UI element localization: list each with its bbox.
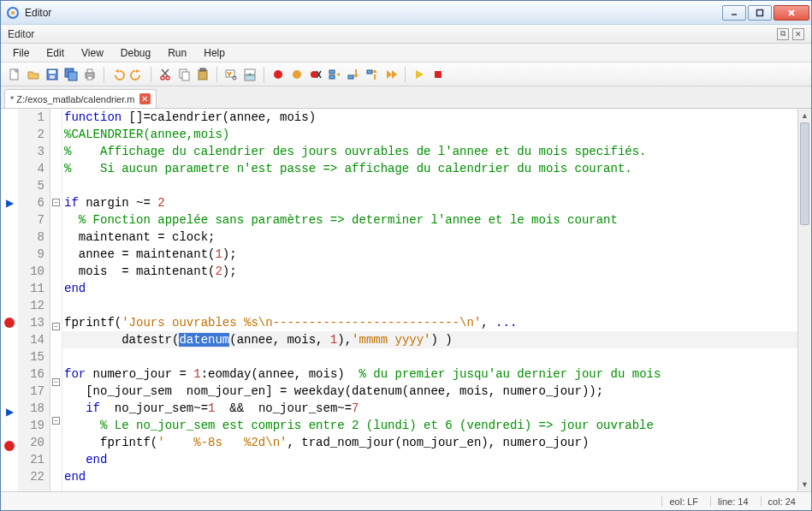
scroll-thumb[interactable] <box>800 122 809 225</box>
find-icon[interactable] <box>222 66 240 83</box>
svg-marker-40 <box>353 74 359 78</box>
close-button[interactable] <box>773 5 809 21</box>
paste-icon[interactable] <box>194 66 211 83</box>
redo-icon[interactable] <box>128 66 145 83</box>
breakpoint-gutter[interactable]: ▶▶ <box>1 109 18 491</box>
code-line[interactable]: [no_jour_sem nom_jour_en] = weekday(date… <box>62 383 797 400</box>
step-in-icon[interactable] <box>345 66 362 83</box>
line-number: 21 <box>18 451 44 468</box>
code-line[interactable]: % Le no_jour_sem est compris entre 2 (lu… <box>62 417 797 434</box>
svg-line-20 <box>163 69 169 76</box>
window-title: Editor <box>25 7 722 19</box>
svg-rect-25 <box>200 68 205 71</box>
svg-rect-37 <box>329 75 335 79</box>
panel-close-icon[interactable]: ✕ <box>792 28 804 40</box>
continue-icon[interactable] <box>382 66 400 83</box>
code-line[interactable]: function []=calendrier(annee, mois) <box>62 109 797 126</box>
svg-marker-45 <box>416 70 424 79</box>
fold-toggle-icon[interactable]: − <box>52 417 60 425</box>
code-line[interactable]: mois = maintenant(2); <box>62 263 797 280</box>
step-icon[interactable] <box>326 66 343 83</box>
separator <box>104 67 104 82</box>
save-all-icon[interactable] <box>62 66 80 83</box>
line-number: 5 <box>18 177 44 194</box>
svg-point-32 <box>293 70 301 79</box>
code-line[interactable]: fprintf(' %-8s %2d\n', trad_nom_jour(nom… <box>62 434 797 451</box>
editor-area: ▶▶ 12345678910111213141516171819202122 −… <box>1 109 811 491</box>
replace-icon[interactable] <box>241 66 258 83</box>
print-icon[interactable] <box>81 66 98 83</box>
open-file-icon[interactable] <box>25 66 42 83</box>
svg-marker-17 <box>136 69 140 73</box>
code-line[interactable]: fprintf('Jours ouvrables %s\n-----------… <box>62 314 797 331</box>
code-line[interactable]: if no_jour_sem~=1 && no_jour_sem~=7 <box>62 400 797 417</box>
save-icon[interactable] <box>44 66 61 83</box>
separator <box>151 67 151 82</box>
app-icon <box>6 6 20 20</box>
breakpoint-cond-icon[interactable] <box>288 66 305 83</box>
scroll-up-icon[interactable]: ▲ <box>798 109 811 122</box>
code-line[interactable] <box>62 177 797 194</box>
breakpoint-clear-icon[interactable] <box>307 66 324 83</box>
code-line[interactable]: annee = maintenant(1); <box>62 246 797 263</box>
copy-icon[interactable] <box>175 66 193 83</box>
code-line[interactable]: datestr(datenum(annee, mois, 1),'mmmm yy… <box>62 331 797 348</box>
fold-toggle-icon[interactable]: − <box>52 199 60 206</box>
code-area[interactable]: function []=calendrier(annee, mois)%CALE… <box>62 109 797 491</box>
code-line[interactable] <box>62 348 797 365</box>
window-titlebar[interactable]: Editor <box>1 1 811 25</box>
svg-rect-15 <box>87 76 92 80</box>
fold-gutter[interactable]: −−−− <box>50 109 62 491</box>
code-line[interactable]: % Si aucun parametre n'est passe => affi… <box>62 160 797 177</box>
line-number: 3 <box>18 143 44 160</box>
code-line[interactable]: end <box>62 451 797 468</box>
minimize-button[interactable] <box>722 5 746 21</box>
menu-debug[interactable]: Debug <box>114 45 157 61</box>
file-tab[interactable]: * Z:/exos_matlab/calendrier.m ✕ <box>4 89 157 108</box>
code-line[interactable]: for numero_jour = 1:eomday(annee, mois) … <box>62 365 797 383</box>
toolbar <box>1 62 811 86</box>
menu-file[interactable]: File <box>6 45 36 61</box>
breakpoint-toggle-icon[interactable] <box>270 66 287 83</box>
line-number: 6 <box>18 194 44 211</box>
vertical-scrollbar[interactable]: ▲ ▼ <box>797 109 811 491</box>
menu-help[interactable]: Help <box>197 45 232 61</box>
scroll-down-icon[interactable]: ▼ <box>798 478 811 491</box>
current-line-arrow-icon: ▶ <box>1 403 18 420</box>
fold-toggle-icon[interactable]: − <box>52 323 60 330</box>
code-line[interactable] <box>62 297 797 314</box>
cut-icon[interactable] <box>157 66 174 83</box>
tab-close-icon[interactable]: ✕ <box>139 93 151 104</box>
svg-line-21 <box>162 69 168 76</box>
maximize-button[interactable] <box>748 5 772 21</box>
separator <box>216 67 217 82</box>
line-number: 22 <box>18 468 44 485</box>
stop-icon[interactable] <box>430 66 447 83</box>
code-line[interactable]: % Fonction appelée sans paramètres => de… <box>62 211 797 229</box>
separator <box>405 67 406 82</box>
svg-rect-12 <box>68 72 77 80</box>
menu-view[interactable]: View <box>74 45 110 61</box>
new-file-icon[interactable] <box>6 66 23 83</box>
code-line[interactable]: %CALENDRIER(annee,mois) <box>62 126 797 143</box>
fold-toggle-icon[interactable]: − <box>52 378 60 386</box>
code-line[interactable]: if nargin ~= 2 <box>62 194 797 211</box>
code-line[interactable]: end <box>62 280 797 297</box>
step-out-icon[interactable] <box>364 66 381 83</box>
breakpoint-icon[interactable] <box>4 318 15 328</box>
code-line[interactable]: maintenant = clock; <box>62 229 797 246</box>
code-line[interactable]: % Affichage du calendrier des jours ouvr… <box>62 143 797 160</box>
line-number: 12 <box>18 297 44 314</box>
breakpoint-icon[interactable] <box>4 441 15 451</box>
svg-point-33 <box>311 71 317 78</box>
line-number: 7 <box>18 211 44 229</box>
menu-edit[interactable]: Edit <box>39 45 71 61</box>
undock-icon[interactable]: ⧉ <box>777 28 789 40</box>
run-icon[interactable] <box>411 66 428 83</box>
code-line[interactable]: end <box>62 468 797 485</box>
current-line-arrow-icon: ▶ <box>1 194 18 211</box>
menu-run[interactable]: Run <box>161 45 193 61</box>
separator <box>264 67 264 82</box>
undo-icon[interactable] <box>110 66 127 83</box>
svg-rect-10 <box>50 75 55 79</box>
